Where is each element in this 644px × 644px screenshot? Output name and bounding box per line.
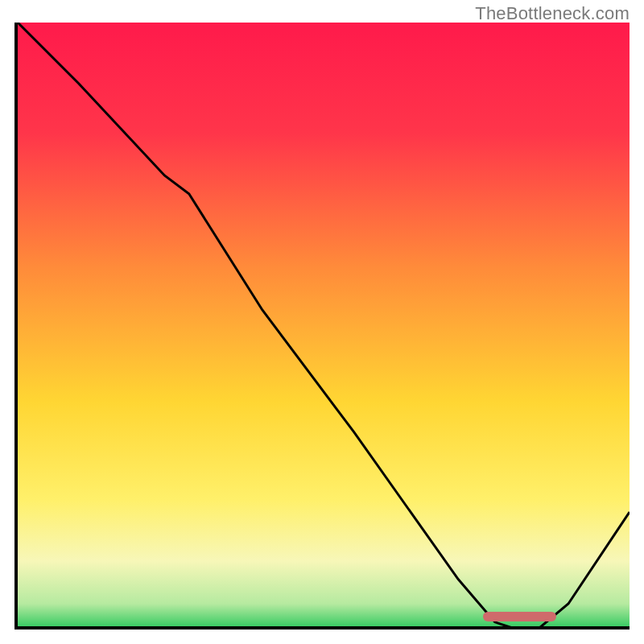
chart-curve [18, 23, 630, 630]
watermark-text: TheBottleneck.com [475, 3, 630, 24]
chart-plot-area [14, 23, 630, 630]
optimal-range-marker [483, 612, 556, 621]
